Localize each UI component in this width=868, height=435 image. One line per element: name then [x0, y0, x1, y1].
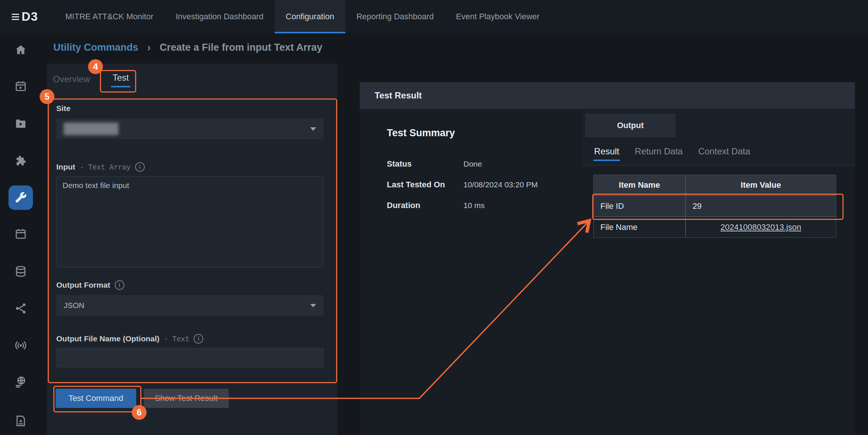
info-icon[interactable]: i	[115, 280, 124, 290]
annotation-badge-4: 4	[88, 59, 103, 74]
file-name-name-cell: File Name	[593, 217, 686, 238]
page-title: Create a File from input Text Array	[160, 42, 322, 53]
output-file-name-label-row: Output File Name (Optional) - Text i	[56, 334, 203, 344]
breadcrumb-separator: ›	[147, 41, 151, 54]
input-label: Input	[56, 163, 75, 171]
site-select[interactable]	[56, 118, 324, 139]
file-name-link[interactable]: 20241008032013.json	[721, 222, 801, 232]
duration-value: 10 ms	[463, 201, 485, 210]
annotation-badge-6: 6	[132, 405, 147, 420]
nav-items: MITRE ATT&CK Monitor Investigation Dashb…	[54, 0, 551, 33]
chevron-down-icon	[310, 304, 316, 307]
table-row-file-name[interactable]: File Name 20241008032013.json	[593, 217, 836, 238]
nav-item-mitre-attck-monitor[interactable]: MITRE ATT&CK Monitor	[54, 0, 165, 33]
output-file-name-input[interactable]	[56, 348, 324, 367]
d3-logo-mark-icon: ≡	[11, 9, 20, 24]
nav-item-event-playbook-viewer[interactable]: Event Playbook Viewer	[445, 0, 551, 33]
calendar-icon[interactable]	[14, 228, 27, 240]
result-table: Item Name Item Value File ID 29 File Nam…	[593, 175, 836, 238]
input-textarea[interactable]: Demo text file input	[56, 176, 324, 267]
site-value-redacted	[64, 123, 118, 135]
column-header-item-name: Item Name	[593, 175, 686, 195]
file-name-value-cell: 20241008032013.json	[686, 217, 836, 238]
output-format-label: Output Format	[56, 281, 110, 290]
info-icon[interactable]: i	[135, 162, 145, 172]
site-label: Site	[56, 104, 71, 113]
tab-overview[interactable]: Overview	[53, 74, 90, 84]
d3-logo-text: D3	[21, 10, 38, 24]
top-navigation: ≡ D3 MITRE ATT&CK Monitor Investigation …	[0, 0, 868, 33]
app-screen: ≡ D3 MITRE ATT&CK Monitor Investigation …	[0, 0, 868, 435]
input-type-hint: - Text Array	[80, 163, 130, 171]
column-header-item-value: Item Value	[686, 175, 836, 195]
output-file-name-type-hint: - Text	[164, 335, 190, 343]
file-id-name-cell: File ID	[593, 195, 686, 217]
duration-label: Duration	[387, 201, 420, 210]
annotation-badge-5: 5	[40, 89, 54, 104]
database-icon[interactable]	[14, 265, 27, 278]
output-format-select[interactable]: JSON	[56, 295, 324, 316]
output-format-label-row: Output Format i	[56, 280, 124, 290]
d3-logo: ≡ D3	[11, 0, 38, 33]
subtab-context-data[interactable]: Context Data	[697, 142, 751, 161]
table-header-row: Item Name Item Value	[593, 175, 836, 195]
output-format-value: JSON	[64, 301, 84, 310]
test-result-header: Test Result	[360, 82, 855, 109]
test-summary-title: Test Summary	[387, 127, 455, 139]
last-tested-on-label: Last Tested On	[387, 180, 445, 190]
tab-output[interactable]: Output	[585, 114, 676, 137]
status-value: Done	[463, 160, 482, 168]
connections-icon[interactable]	[14, 302, 27, 315]
table-row-file-id[interactable]: File ID 29	[593, 195, 836, 217]
geolocation-icon[interactable]	[14, 376, 27, 388]
broadcast-icon[interactable]	[14, 339, 27, 352]
breadcrumb: Utility Commands › Create a File from in…	[41, 33, 868, 61]
utility-commands-icon[interactable]	[9, 185, 33, 210]
active-sidebar-highlight	[9, 185, 33, 210]
subtab-return-data[interactable]: Return Data	[634, 142, 683, 161]
test-command-button[interactable]: Test Command	[56, 389, 136, 408]
playbooks-icon[interactable]	[14, 117, 27, 130]
file-id-value-cell: 29	[686, 195, 836, 217]
subtab-result[interactable]: Result	[593, 142, 620, 161]
breadcrumb-parent-link[interactable]: Utility Commands	[53, 42, 138, 53]
input-label-row: Input - Text Array i	[56, 162, 145, 172]
test-result-title: Test Result	[375, 90, 422, 101]
nav-item-investigation-dashboard[interactable]: Investigation Dashboard	[165, 0, 275, 33]
show-test-result-button[interactable]: Show Test Result	[144, 389, 229, 408]
status-label: Status	[387, 159, 412, 169]
tab-test[interactable]: Test	[111, 73, 130, 87]
nav-item-configuration[interactable]: Configuration	[275, 0, 345, 33]
reports-icon[interactable]	[14, 415, 27, 427]
chevron-down-icon	[310, 127, 316, 131]
integrations-icon[interactable]	[14, 154, 27, 167]
output-file-name-label: Output File Name (Optional)	[56, 334, 160, 343]
schedule-icon[interactable]	[14, 80, 27, 93]
output-subtab-row: Result Return Data Context Data	[582, 137, 855, 165]
last-tested-on-value: 10/08/2024 03:20 PM	[463, 180, 538, 189]
nav-item-reporting-dashboard[interactable]: Reporting Dashboard	[345, 0, 445, 33]
info-icon[interactable]: i	[194, 334, 203, 344]
home-icon[interactable]	[14, 44, 27, 56]
